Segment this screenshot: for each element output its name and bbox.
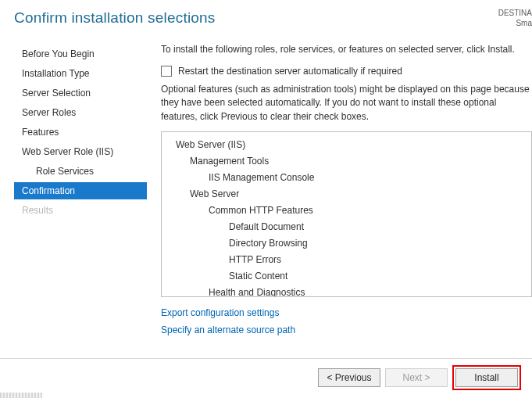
- progress-stub: [0, 393, 42, 398]
- sidebar-item-confirmation[interactable]: Confirmation: [14, 182, 147, 199]
- role-item: Directory Browsing: [176, 235, 523, 252]
- wizard-footer: < Previous Next > Install: [0, 358, 532, 398]
- install-button-highlight: Install: [452, 365, 521, 390]
- sidebar-item-before-you-begin[interactable]: Before You Begin: [14, 45, 147, 63]
- optional-features-note: Optional features (such as administratio…: [161, 83, 532, 124]
- intro-text: To install the following roles, role ser…: [161, 44, 532, 55]
- role-item: Common HTTP Features: [176, 203, 523, 219]
- destination-heading: DESTINA: [498, 8, 532, 18]
- role-item: Health and Diagnostics: [176, 285, 523, 297]
- main-panel: To install the following roles, role ser…: [147, 38, 532, 339]
- role-item: Static Content: [176, 268, 523, 285]
- restart-checkbox[interactable]: [161, 66, 172, 77]
- sidebar-item-server-roles[interactable]: Server Roles: [14, 104, 147, 121]
- export-config-link[interactable]: Export configuration settings: [161, 305, 532, 322]
- role-item: Web Server (IIS): [176, 137, 523, 153]
- previous-button[interactable]: < Previous: [318, 368, 380, 387]
- destination-label: DESTINA Sma: [498, 8, 532, 28]
- role-item: IIS Management Console: [176, 170, 523, 186]
- restart-label: Restart the destination server automatic…: [178, 66, 402, 77]
- sidebar-item-installation-type[interactable]: Installation Type: [14, 65, 147, 82]
- role-item: Web Server: [176, 186, 523, 203]
- next-button: Next >: [385, 368, 448, 387]
- sidebar-item-web-server-role-iis[interactable]: Web Server Role (IIS): [14, 143, 147, 160]
- sidebar-item-role-services[interactable]: Role Services: [14, 163, 147, 180]
- role-item: HTTP Errors: [176, 252, 523, 268]
- page-title: Confirm installation selections: [14, 9, 532, 27]
- sidebar-item-features[interactable]: Features: [14, 124, 147, 141]
- wizard-sidebar: Before You BeginInstallation TypeServer …: [14, 38, 147, 339]
- sidebar-item-server-selection[interactable]: Server Selection: [14, 84, 147, 102]
- selected-roles-list: Web Server (IIS)Management ToolsIIS Mana…: [161, 131, 532, 297]
- role-item: Default Document: [176, 219, 523, 235]
- role-item: Management Tools: [176, 153, 523, 170]
- destination-sub: Sma: [498, 18, 532, 28]
- alternate-source-link[interactable]: Specify an alternate source path: [161, 322, 532, 339]
- sidebar-item-results: Results: [14, 202, 147, 219]
- install-button[interactable]: Install: [455, 368, 518, 387]
